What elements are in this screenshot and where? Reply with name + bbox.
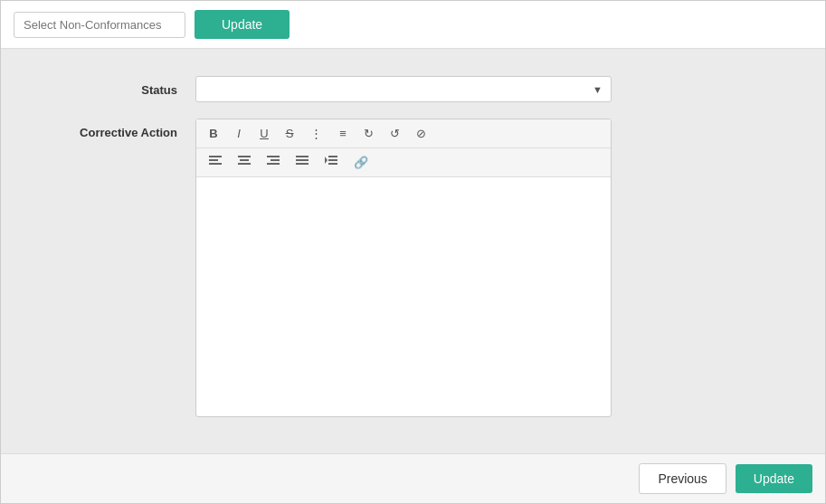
align-center-button[interactable] bbox=[231, 152, 258, 173]
svg-rect-12 bbox=[328, 156, 337, 157]
italic-button[interactable]: I bbox=[227, 123, 251, 144]
status-label: Status bbox=[37, 76, 195, 97]
toolbar-row1: B I U S ⋮ ≡ ↻ ↺ ⊘ bbox=[196, 119, 611, 148]
svg-rect-5 bbox=[238, 163, 251, 165]
corrective-action-editor[interactable] bbox=[196, 177, 611, 413]
clear-button[interactable]: ⊘ bbox=[409, 123, 433, 144]
align-right-button[interactable] bbox=[260, 152, 287, 173]
status-select-wrapper: ▼ bbox=[195, 76, 612, 102]
status-select[interactable] bbox=[195, 76, 612, 102]
redo-button[interactable]: ↻ bbox=[356, 123, 381, 144]
svg-rect-9 bbox=[296, 156, 309, 157]
main-content: Status ▼ Corrective Action B I U S ⋮ ≡ bbox=[1, 49, 825, 453]
align-left-button[interactable] bbox=[202, 152, 229, 173]
svg-rect-4 bbox=[240, 159, 249, 161]
strikethrough-button[interactable]: S bbox=[278, 123, 301, 144]
page-container: Update Status ▼ Corrective Action B I U bbox=[0, 0, 826, 504]
update-bottom-button[interactable]: Update bbox=[736, 464, 812, 493]
link-button[interactable]: 🔗 bbox=[347, 152, 375, 173]
bold-button[interactable]: B bbox=[202, 123, 225, 144]
svg-rect-13 bbox=[328, 159, 337, 161]
ordered-list-button[interactable]: ≡ bbox=[331, 123, 355, 144]
svg-rect-10 bbox=[296, 159, 309, 161]
editor-wrapper: B I U S ⋮ ≡ ↻ ↺ ⊘ bbox=[195, 119, 612, 417]
select-nonconformances-input[interactable] bbox=[14, 12, 185, 38]
svg-rect-0 bbox=[209, 156, 222, 157]
corrective-action-label: Corrective Action bbox=[37, 119, 195, 139]
indent-button[interactable] bbox=[318, 152, 345, 173]
align-justify-button[interactable] bbox=[289, 152, 316, 173]
toolbar-row2: 🔗 bbox=[196, 148, 611, 177]
svg-rect-2 bbox=[209, 163, 222, 165]
status-row: Status ▼ bbox=[37, 76, 789, 102]
svg-rect-8 bbox=[267, 163, 280, 165]
underline-button[interactable]: U bbox=[252, 123, 276, 144]
svg-marker-15 bbox=[325, 157, 328, 164]
corrective-action-row: Corrective Action B I U S ⋮ ≡ ↻ ↺ ⊘ bbox=[37, 119, 789, 417]
previous-button[interactable]: Previous bbox=[639, 463, 726, 494]
svg-rect-14 bbox=[328, 163, 337, 165]
svg-rect-6 bbox=[267, 156, 280, 157]
svg-rect-11 bbox=[296, 163, 309, 165]
bottom-bar: Previous Update bbox=[1, 453, 825, 503]
svg-rect-7 bbox=[271, 159, 280, 161]
svg-rect-3 bbox=[238, 156, 251, 157]
unordered-list-button[interactable]: ⋮ bbox=[303, 123, 329, 144]
svg-rect-1 bbox=[209, 159, 218, 161]
top-bar: Update bbox=[1, 1, 825, 49]
update-top-button[interactable]: Update bbox=[195, 10, 290, 39]
undo-button[interactable]: ↺ bbox=[383, 123, 407, 144]
